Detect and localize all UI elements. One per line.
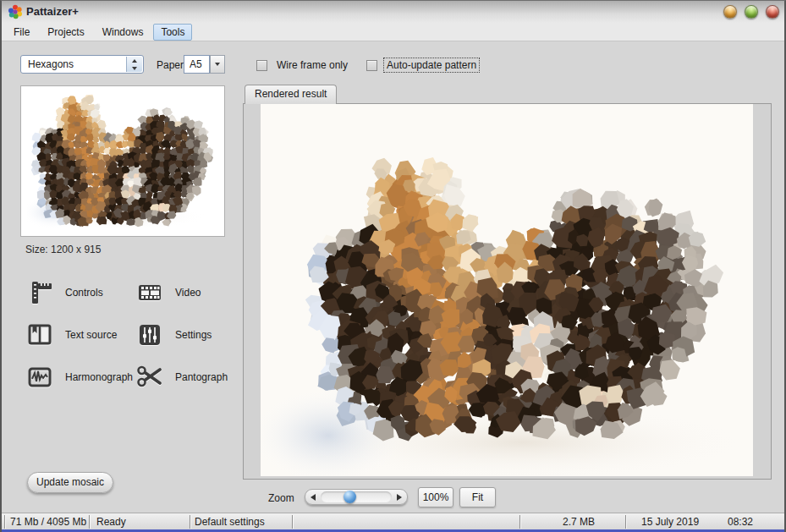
pattern-select[interactable]: Hexagons — [20, 55, 144, 74]
pattern-select-value: Hexagons — [28, 58, 74, 70]
slider-thumb[interactable] — [344, 491, 356, 503]
sliders-icon — [135, 321, 164, 349]
video-button[interactable]: Video — [135, 278, 201, 307]
rendered-result-tab[interactable]: Rendered result — [245, 85, 337, 104]
arrow-right-icon — [397, 494, 402, 501]
paper-dropdown-button[interactable] — [210, 55, 225, 74]
rendered-page — [261, 104, 753, 476]
harmonograph-button[interactable]: Harmonograph — [25, 363, 133, 392]
chevron-down-icon — [132, 67, 137, 70]
status-separator — [190, 515, 190, 529]
harmonograph-label: Harmonograph — [65, 371, 133, 383]
close-button[interactable] — [766, 5, 779, 19]
source-image-canvas — [27, 92, 218, 230]
autoupdate-checkbox-row: Auto-update pattern — [366, 57, 480, 74]
status-memory: 71 Mb / 4095 Mb — [10, 516, 86, 528]
autoupdate-checkbox-label[interactable]: Auto-update pattern — [383, 58, 480, 73]
wireframe-checkbox-label[interactable]: Wire frame only — [273, 58, 351, 73]
paper-label: Paper — [157, 59, 184, 71]
book-icon — [25, 321, 54, 349]
film-icon — [135, 278, 164, 307]
zoom-fit-button[interactable]: Fit — [459, 487, 496, 507]
status-separator — [4, 515, 5, 529]
slider-right-arrow[interactable] — [392, 490, 407, 504]
chevron-up-icon — [132, 59, 137, 63]
status-time: 08:32 — [728, 516, 753, 528]
status-separator — [625, 515, 626, 529]
paper-select-value: A5 — [190, 58, 202, 70]
waveform-icon — [25, 363, 54, 392]
text-source-label: Text source — [65, 329, 117, 341]
autoupdate-checkbox[interactable] — [366, 60, 377, 71]
controls-label: Controls — [65, 287, 103, 299]
pantograph-label: Pantograph — [175, 371, 228, 383]
status-settings: Default settings — [195, 516, 265, 528]
spinner-up-button[interactable] — [127, 57, 142, 64]
wireframe-checkbox[interactable] — [256, 60, 267, 71]
status-separator — [292, 515, 293, 529]
settings-button[interactable]: Settings — [135, 321, 212, 349]
window-title: Pattaizer+ — [26, 5, 79, 18]
rendered-mosaic-canvas — [261, 104, 753, 476]
status-date: 15 July 2019 — [641, 516, 699, 528]
slider-left-arrow[interactable] — [305, 490, 321, 504]
slider-track[interactable] — [321, 491, 392, 502]
status-state: Ready — [96, 516, 126, 528]
menu-bar: File Projects Windows Tools — [2, 23, 784, 41]
zoom-label: Zoom — [268, 492, 294, 504]
menu-item-file[interactable]: File — [6, 24, 37, 41]
menu-item-projects[interactable]: Projects — [40, 24, 91, 41]
arrow-left-icon — [311, 494, 316, 501]
paper-select[interactable]: A5 — [184, 55, 210, 74]
maximize-button[interactable] — [745, 5, 758, 19]
menu-item-tools[interactable]: Tools — [153, 24, 192, 41]
update-mosaic-button[interactable]: Update mosaic — [27, 472, 113, 493]
pantograph-button[interactable]: Pantograph — [135, 363, 228, 392]
status-separator — [519, 515, 520, 529]
pattern-spinner[interactable] — [126, 57, 142, 72]
settings-label: Settings — [175, 329, 212, 341]
scissors-icon — [135, 363, 164, 392]
tsquare-icon — [25, 278, 54, 307]
source-image-panel — [20, 85, 225, 237]
title-bar: Pattaizer+ — [2, 1, 784, 23]
status-separator — [89, 515, 90, 529]
zoom-slider[interactable] — [305, 489, 408, 505]
spinner-down-button[interactable] — [127, 64, 142, 72]
source-size-label: Size: 1200 x 915 — [25, 244, 101, 255]
menu-item-windows[interactable]: Windows — [95, 24, 151, 41]
app-flower-icon — [8, 4, 23, 19]
app-window: Pattaizer+ File Projects Windows Tools H… — [0, 0, 786, 532]
chevron-down-icon — [215, 63, 220, 66]
zoom-100-button[interactable]: 100% — [418, 487, 453, 507]
wireframe-checkbox-row: Wire frame only — [256, 57, 351, 74]
status-filesize: 2.7 MB — [563, 516, 595, 528]
video-label: Video — [175, 287, 201, 299]
controls-button[interactable]: Controls — [25, 278, 103, 307]
status-bar: 71 Mb / 4095 Mb Ready Default settings 2… — [2, 513, 784, 529]
text-source-button[interactable]: Text source — [25, 321, 117, 349]
minimize-button[interactable] — [723, 5, 737, 19]
